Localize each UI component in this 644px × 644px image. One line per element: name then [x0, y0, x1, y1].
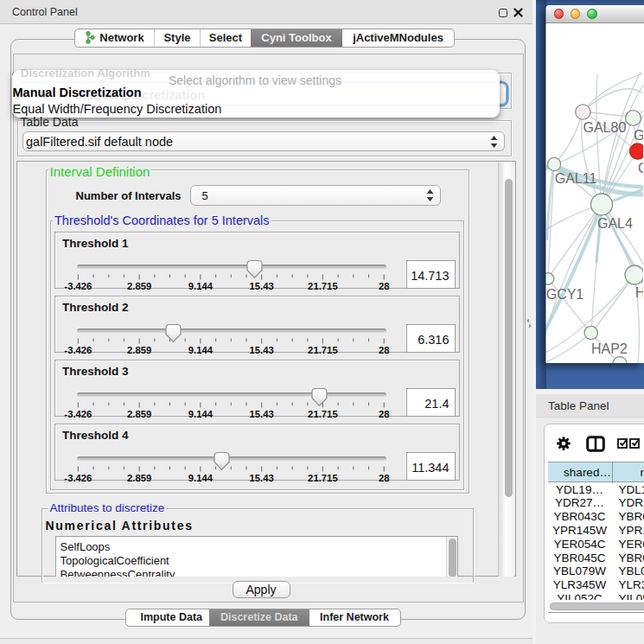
svg-text:HA: HA — [635, 285, 643, 300]
svg-text:GAL4: GAL4 — [597, 216, 633, 231]
svg-text:C: C — [638, 161, 643, 175]
svg-text:GAL11: GAL11 — [555, 171, 597, 186]
svg-text:GA: GA — [634, 128, 643, 143]
svg-text:HAP2: HAP2 — [591, 341, 628, 355]
svg-text:GCY1: GCY1 — [546, 286, 584, 301]
svg-text:GAL80: GAL80 — [583, 119, 627, 134]
